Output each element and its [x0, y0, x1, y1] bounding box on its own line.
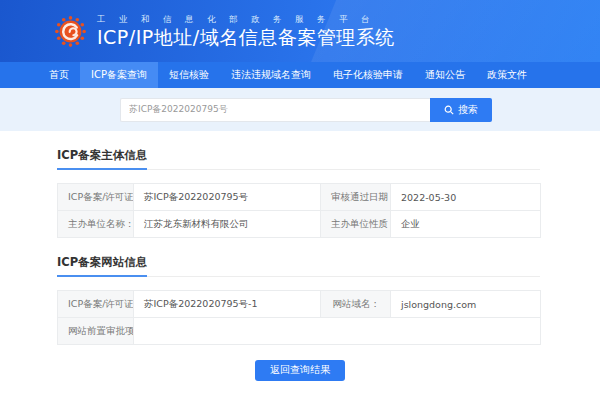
- subject-info-table: ICP备案/许可证号： 苏ICP备2022020795号 审核通过日期： 202…: [57, 183, 541, 238]
- nav-tab-e-verification-apply[interactable]: 电子化核验申请: [322, 62, 414, 88]
- main-nav: 首页 ICP备案查询 短信核验 违法违规域名查询 电子化核验申请 通知公告 政策…: [0, 62, 600, 88]
- section-header-subject: ICP备案主体信息: [57, 131, 540, 170]
- header-titles: 工业和信息化部政务服务平台 ICP/IP地址/域名信息备案管理系统: [97, 15, 395, 47]
- search-button[interactable]: 搜索: [430, 98, 492, 122]
- field-label-pre-approval-item: 网站前置审批项：: [58, 318, 134, 345]
- nav-tab-policy-documents[interactable]: 政策文件: [476, 62, 538, 88]
- nav-tab-home[interactable]: 首页: [38, 62, 80, 88]
- field-label-site-icp-number: ICP备案/许可证号：: [58, 291, 134, 318]
- search-button-label: 搜索: [458, 103, 478, 117]
- main-content: ICP备案主体信息 ICP备案/许可证号： 苏ICP备2022020795号 审…: [0, 131, 600, 381]
- back-to-results-button[interactable]: 返回查询结果: [255, 360, 345, 381]
- website-info-table: ICP备案/许可证号： 苏ICP备2022020795号-1 网站域名： jsl…: [57, 290, 541, 345]
- table-row: 主办单位名称： 江苏龙东新材料有限公司 主办单位性质： 企业: [58, 211, 541, 238]
- field-value-approval-date: 2022-05-30: [391, 184, 541, 211]
- table-row: 网站前置审批项：: [58, 318, 541, 345]
- section-title-website: ICP备案网站信息: [57, 255, 147, 277]
- field-label-approval-date: 审核通过日期：: [321, 184, 391, 211]
- nav-tab-icp-query[interactable]: ICP备案查询: [80, 62, 158, 88]
- nav-tab-notices[interactable]: 通知公告: [414, 62, 476, 88]
- search-icon: [444, 105, 454, 115]
- site-header: 工业和信息化部政务服务平台 ICP/IP地址/域名信息备案管理系统: [0, 0, 600, 62]
- field-value-organizer-nature: 企业: [391, 211, 541, 238]
- field-value-organizer-name: 江苏龙东新材料有限公司: [134, 211, 321, 238]
- miit-gear-logo-icon: [54, 15, 87, 48]
- search-input[interactable]: [120, 98, 430, 122]
- field-label-organizer-name: 主办单位名称：: [58, 211, 134, 238]
- field-label-icp-number: ICP备案/许可证号：: [58, 184, 134, 211]
- nav-tab-illegal-domain-query[interactable]: 违法违规域名查询: [220, 62, 322, 88]
- field-label-site-domain: 网站域名：: [321, 291, 391, 318]
- field-value-site-domain: jslongdong.com: [391, 291, 541, 318]
- section-title-subject: ICP备案主体信息: [57, 148, 147, 170]
- system-title: ICP/IP地址/域名信息备案管理系统: [97, 28, 395, 47]
- section-header-website: ICP备案网站信息: [57, 238, 540, 277]
- field-value-pre-approval-item: [134, 318, 541, 345]
- nav-tab-sms-verification[interactable]: 短信核验: [158, 62, 220, 88]
- field-value-site-icp-number: 苏ICP备2022020795号-1: [134, 291, 321, 318]
- search-band: 搜索: [0, 88, 600, 131]
- page: 工业和信息化部政务服务平台 ICP/IP地址/域名信息备案管理系统 首页 ICP…: [0, 0, 600, 400]
- field-label-organizer-nature: 主办单位性质：: [321, 211, 391, 238]
- platform-title: 工业和信息化部政务服务平台: [97, 15, 395, 24]
- table-row: ICP备案/许可证号： 苏ICP备2022020795号 审核通过日期： 202…: [58, 184, 541, 211]
- table-row: ICP备案/许可证号： 苏ICP备2022020795号-1 网站域名： jsl…: [58, 291, 541, 318]
- button-row: 返回查询结果: [0, 358, 600, 381]
- field-value-icp-number: 苏ICP备2022020795号: [134, 184, 321, 211]
